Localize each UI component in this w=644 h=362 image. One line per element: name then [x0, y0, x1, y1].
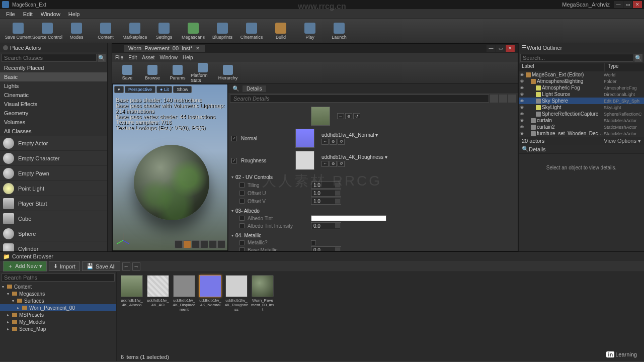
- outliner-row[interactable]: 👁furniture_set_Wooden_Deck_Chair_StaticM…: [519, 130, 644, 137]
- cb-nav-fwd[interactable]: →: [132, 262, 140, 270]
- tex-use-button[interactable]: ⊚: [330, 161, 337, 167]
- editor-tool-hierarchy[interactable]: Hierarchy: [216, 63, 240, 83]
- outliner-row[interactable]: 👁SkyLightSkyLight: [519, 104, 644, 111]
- asset-rgh[interactable]: uddhdb1fw_4K_Roughness: [224, 275, 249, 312]
- category-visual-effects[interactable]: Visual Effects: [0, 100, 107, 109]
- category-recently-placed[interactable]: Recently Placed: [0, 63, 107, 72]
- viewport-perspective[interactable]: Perspective: [125, 86, 155, 93]
- add-new-button[interactable]: ＋Add New ▾: [3, 261, 47, 272]
- editor-tool-save[interactable]: Save: [115, 63, 139, 83]
- toolbar-mega-button[interactable]: Megascans: [179, 20, 207, 42]
- outliner-col-type[interactable]: Type: [605, 63, 644, 71]
- search-icon[interactable]: 🔍: [634, 54, 642, 62]
- editor-menu-edit[interactable]: Edit: [128, 55, 137, 60]
- tree-scene_map[interactable]: ▸Scene_Map: [0, 325, 116, 332]
- visibility-toggle[interactable]: 👁: [520, 92, 526, 97]
- placer-player-start[interactable]: Player Start: [0, 196, 107, 211]
- visibility-toggle[interactable]: 👁: [520, 112, 526, 117]
- menu-window[interactable]: Window: [37, 10, 64, 18]
- editor-tool-params[interactable]: Params: [166, 63, 190, 83]
- outliner-view-options[interactable]: View Options ▾: [604, 138, 641, 144]
- visibility-toggle[interactable]: 👁: [520, 85, 526, 90]
- tex-back-button[interactable]: ←: [321, 139, 329, 145]
- tree-content[interactable]: ▾Content: [0, 283, 116, 290]
- param-override-checkbox[interactable]: [239, 199, 245, 204]
- viewport-show[interactable]: Show: [173, 86, 192, 93]
- visibility-toggle[interactable]: 👁: [520, 72, 526, 77]
- tree-my_models[interactable]: ▸My_Models: [0, 318, 116, 325]
- tex-reset-button[interactable]: ↺: [338, 161, 345, 167]
- param-override-checkbox[interactable]: [239, 183, 245, 188]
- tree-surfaces[interactable]: ▾Surfaces: [0, 297, 116, 304]
- placer-empty-character[interactable]: Empty Character: [0, 151, 107, 166]
- details-eye-icon[interactable]: [508, 95, 516, 103]
- viewport-lit[interactable]: ● Lit: [156, 86, 172, 93]
- placer-cube[interactable]: Cube: [0, 211, 107, 226]
- numeric-input[interactable]: 1.0: [311, 190, 341, 197]
- outliner-row[interactable]: 👁Sky SphereEdit BP_Sky_Sph: [519, 98, 644, 104]
- outliner-row[interactable]: 👁curtainStaticMeshActor: [519, 117, 644, 124]
- editor-menu-help[interactable]: Help: [183, 55, 193, 60]
- tex-use-button[interactable]: ⊚: [345, 113, 352, 119]
- group-04-metallic[interactable]: ▾04- Metallic: [231, 232, 515, 239]
- category-cinematic[interactable]: Cinematic: [0, 90, 107, 100]
- toolbar-bp-button[interactable]: Blueprints: [208, 20, 236, 42]
- placer-point-light[interactable]: Point Light: [0, 181, 107, 196]
- category-basic[interactable]: Basic: [0, 72, 107, 81]
- placer-cylinder[interactable]: Cylinder: [0, 241, 107, 251]
- placer-empty-actor[interactable]: Empty Actor: [0, 136, 107, 151]
- param-override-checkbox[interactable]: [239, 216, 245, 221]
- details-search-icon[interactable]: [490, 95, 498, 103]
- group-03-albedo[interactable]: ▾03- Albedo: [231, 207, 515, 215]
- outliner-row[interactable]: 👁SphereReflectionCaptureSphereReflection…: [519, 111, 644, 117]
- numeric-input[interactable]: 1.0: [311, 198, 341, 205]
- minimize-button[interactable]: —: [614, 1, 623, 8]
- category-all-classes[interactable]: All Classes: [0, 127, 107, 136]
- placer-empty-pawn[interactable]: Empty Pawn: [0, 166, 107, 181]
- editor-minimize-button[interactable]: —: [487, 45, 496, 52]
- color-swatch[interactable]: [311, 215, 386, 221]
- numeric-input[interactable]: 0.0: [311, 222, 341, 229]
- toolbar-sc-button[interactable]: Source Control: [33, 20, 61, 42]
- editor-tab-close[interactable]: ✕: [195, 46, 201, 51]
- editor-tool-platform-stats[interactable]: Platform Stats: [191, 63, 215, 83]
- toolbar-content-button[interactable]: Content: [92, 20, 120, 42]
- visibility-toggle[interactable]: 👁: [520, 99, 526, 104]
- param-override-checkbox[interactable]: [239, 240, 245, 245]
- details-tab[interactable]: Details: [243, 85, 266, 92]
- toolbar-build-button[interactable]: Build: [267, 20, 295, 42]
- maximize-button[interactable]: ▭: [623, 1, 632, 8]
- editor-tab[interactable]: Worn_Pavement_00_inst* ✕: [124, 45, 205, 52]
- editor-close-button[interactable]: ✕: [506, 45, 515, 52]
- material-preview-viewport[interactable]: ▾Perspective● LitShow Base pass shader: …: [112, 84, 228, 251]
- outliner-row[interactable]: 👁Light SourceDirectionalLight: [519, 91, 644, 98]
- roughness-texture-name[interactable]: uddhdb1fw_4K_Roughness ▾: [321, 154, 387, 160]
- normal-checkbox[interactable]: [231, 136, 237, 141]
- placer-sphere[interactable]: Sphere: [0, 226, 107, 241]
- albedo-texture-thumb[interactable]: [311, 107, 330, 126]
- toolbar-set-button[interactable]: Settings: [150, 20, 178, 42]
- normal-texture-thumb[interactable]: [295, 129, 314, 148]
- tree-mspresets[interactable]: ▸MSPresets: [0, 311, 116, 318]
- asset-alb[interactable]: uddhdb1fw_4K_Albedo: [120, 275, 144, 307]
- viewport-[interactable]: ▾: [114, 86, 124, 93]
- tex-reset-button[interactable]: ↺: [338, 139, 345, 145]
- tex-reset-button[interactable]: ↺: [353, 113, 360, 119]
- editor-tool-browse[interactable]: Browse: [140, 63, 165, 83]
- asset-mat[interactable]: Worn_Pavement_00_inst: [251, 275, 275, 312]
- toolbar-save-button[interactable]: Save Current: [4, 20, 32, 42]
- outliner-row[interactable]: 👁Atmospheric FogAtmosphericFog: [519, 84, 644, 91]
- place-actors-search-input[interactable]: [2, 54, 97, 62]
- save-all-button[interactable]: 💾Save All: [82, 261, 120, 271]
- outliner-row[interactable]: 👁MageScan_Ext (Editor)World: [519, 71, 644, 78]
- visibility-toggle[interactable]: 👁: [520, 105, 526, 110]
- category-volumes[interactable]: Volumes: [0, 118, 107, 127]
- numeric-input[interactable]: 0.0: [311, 246, 341, 251]
- viewport-shape-buttons[interactable]: [175, 240, 225, 248]
- toolbar-cin-button[interactable]: Cinematics: [237, 20, 266, 42]
- visibility-toggle[interactable]: 👁: [520, 79, 526, 84]
- param-override-checkbox[interactable]: [239, 247, 245, 251]
- toolbar-mkt-button[interactable]: Marketplace: [121, 20, 149, 42]
- editor-menu-window[interactable]: Window: [159, 55, 178, 60]
- param-override-checkbox[interactable]: [239, 191, 245, 196]
